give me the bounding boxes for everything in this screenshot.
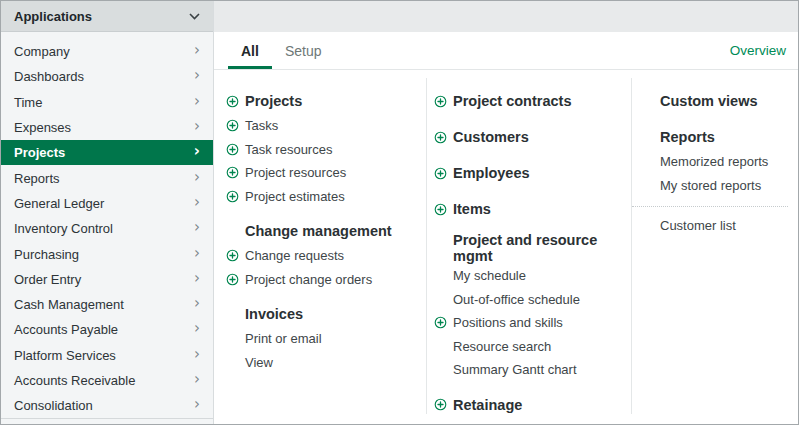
icon-spacer bbox=[226, 308, 239, 321]
tab-all[interactable]: All bbox=[228, 32, 272, 69]
sidebar-item-cash-management[interactable]: Cash Management› bbox=[1, 292, 213, 317]
chevron-right-icon: › bbox=[194, 246, 200, 261]
menu-header-items[interactable]: Items bbox=[434, 196, 631, 222]
menu-item-project-estimates[interactable]: Project estimates bbox=[226, 185, 426, 209]
menu-header-label: Project and resource mgmt bbox=[453, 232, 631, 264]
menu-item-label: View bbox=[245, 355, 273, 370]
menu-item-my-schedule[interactable]: My schedule bbox=[434, 264, 631, 288]
plus-circle-icon[interactable] bbox=[226, 119, 239, 132]
menu-item-out-of-office-schedule[interactable]: Out-of-office schedule bbox=[434, 288, 631, 312]
sidebar-item-expenses[interactable]: Expenses› bbox=[1, 115, 213, 140]
menu-header-change-management: Change management bbox=[226, 218, 426, 244]
menu-item-label: Project change orders bbox=[245, 272, 372, 287]
plus-circle-icon[interactable] bbox=[226, 95, 239, 108]
menu-item-change-requests[interactable]: Change requests bbox=[226, 244, 426, 268]
projects-menu-panel: AllSetupOverview ProjectsTasksTask resou… bbox=[214, 32, 798, 424]
overview-link[interactable]: Overview bbox=[730, 43, 786, 58]
sidebar-item-order-entry[interactable]: Order Entry› bbox=[1, 267, 213, 292]
plus-circle-icon[interactable] bbox=[434, 398, 447, 411]
sidebar-item-purchasing[interactable]: Purchasing› bbox=[1, 241, 213, 266]
menu-header-employees[interactable]: Employees bbox=[434, 160, 631, 186]
sidebar-item-label: General Ledger bbox=[14, 196, 104, 211]
chevron-right-icon: › bbox=[194, 68, 200, 83]
menu-item-my-stored-reports[interactable]: My stored reports bbox=[660, 174, 788, 198]
menu-item-print-or-email[interactable]: Print or email bbox=[226, 327, 426, 351]
menu-header-invoices: Invoices bbox=[226, 301, 426, 327]
chevron-right-icon: › bbox=[194, 397, 200, 412]
menu-item-resource-search[interactable]: Resource search bbox=[434, 335, 631, 359]
menu-columns: ProjectsTasksTask resourcesProject resou… bbox=[214, 70, 798, 424]
plus-circle-icon[interactable] bbox=[434, 316, 447, 329]
menu-column-1: ProjectsTasksTask resourcesProject resou… bbox=[214, 78, 427, 414]
sidebar-item-label: Expenses bbox=[14, 120, 71, 135]
sidebar-item-accounts-payable[interactable]: Accounts Payable› bbox=[1, 317, 213, 342]
tab-setup[interactable]: Setup bbox=[272, 32, 335, 69]
menu-header-label: Invoices bbox=[245, 306, 303, 322]
menu-header-label: Projects bbox=[245, 93, 302, 109]
sidebar-item-projects[interactable]: Projects› bbox=[1, 140, 213, 165]
menu-item-view[interactable]: View bbox=[226, 351, 426, 375]
sidebar-item-label: Projects bbox=[14, 145, 65, 160]
plus-circle-icon[interactable] bbox=[226, 273, 239, 286]
menu-header-label: Custom views bbox=[660, 93, 758, 109]
sidebar-item-label: Consolidation bbox=[14, 398, 93, 413]
menu-item-task-resources[interactable]: Task resources bbox=[226, 138, 426, 162]
menu-header-label: Customers bbox=[453, 129, 529, 145]
dotted-divider bbox=[632, 206, 788, 207]
menu-header-label: Change management bbox=[245, 223, 392, 239]
chevron-right-icon: › bbox=[194, 170, 200, 185]
menu-item-label: Task resources bbox=[245, 142, 332, 157]
menu-item-label: My schedule bbox=[453, 268, 526, 283]
sidebar-item-general-ledger[interactable]: General Ledger› bbox=[1, 191, 213, 216]
menu-item-memorized-reports[interactable]: Memorized reports bbox=[660, 150, 788, 174]
menu-item-positions-and-skills[interactable]: Positions and skills bbox=[434, 311, 631, 335]
plus-circle-icon[interactable] bbox=[226, 249, 239, 262]
applications-menu-toggle[interactable]: Applications bbox=[1, 1, 213, 32]
plus-circle-icon[interactable] bbox=[434, 95, 447, 108]
sidebar-item-dashboards[interactable]: Dashboards› bbox=[1, 64, 213, 89]
chevron-down-icon bbox=[189, 13, 200, 20]
applications-sidebar: Applications Company›Dashboards›Time›Exp… bbox=[1, 1, 214, 424]
main-area: AllSetupOverview ProjectsTasksTask resou… bbox=[214, 1, 798, 424]
plus-circle-icon[interactable] bbox=[434, 203, 447, 216]
sidebar-item-reports[interactable]: Reports› bbox=[1, 165, 213, 190]
menu-item-tasks[interactable]: Tasks bbox=[226, 114, 426, 138]
menu-header-projects[interactable]: Projects bbox=[226, 88, 426, 114]
sidebar-item-consolidation[interactable]: Consolidation› bbox=[1, 393, 213, 418]
menu-item-project-change-orders[interactable]: Project change orders bbox=[226, 268, 426, 292]
sidebar-item-time[interactable]: Time› bbox=[1, 90, 213, 115]
sidebar-list: Company›Dashboards›Time›Expenses›Project… bbox=[1, 32, 213, 418]
sidebar-item-label: Accounts Receivable bbox=[14, 373, 135, 388]
sidebar-item-label: Accounts Payable bbox=[14, 322, 118, 337]
menu-header-customers[interactable]: Customers bbox=[434, 124, 631, 150]
top-strip bbox=[214, 1, 798, 32]
sidebar-item-accounts-receivable[interactable]: Accounts Receivable› bbox=[1, 368, 213, 393]
sidebar-item-company[interactable]: Company› bbox=[1, 39, 213, 64]
menu-item-label: Print or email bbox=[245, 331, 322, 346]
icon-spacer bbox=[434, 293, 447, 306]
plus-circle-icon[interactable] bbox=[434, 167, 447, 180]
plus-circle-icon[interactable] bbox=[434, 131, 447, 144]
sidebar-item-label: Purchasing bbox=[14, 247, 79, 262]
menu-header-retainage[interactable]: Retainage bbox=[434, 392, 631, 418]
menu-item-summary-gantt-chart[interactable]: Summary Gantt chart bbox=[434, 358, 631, 382]
menu-header-reports: Reports bbox=[660, 124, 788, 150]
sidebar-item-label: Platform Services bbox=[14, 348, 116, 363]
plus-circle-icon[interactable] bbox=[226, 166, 239, 179]
menu-item-label: Out-of-office schedule bbox=[453, 292, 580, 307]
menu-item-project-resources[interactable]: Project resources bbox=[226, 161, 426, 185]
chevron-right-icon: › bbox=[194, 43, 200, 58]
chevron-right-icon: › bbox=[194, 195, 200, 210]
plus-circle-icon[interactable] bbox=[226, 143, 239, 156]
menu-header-label: Reports bbox=[660, 129, 715, 145]
plus-circle-icon[interactable] bbox=[226, 190, 239, 203]
sidebar-item-platform-services[interactable]: Platform Services› bbox=[1, 343, 213, 368]
sidebar-item-inventory-control[interactable]: Inventory Control› bbox=[1, 216, 213, 241]
menu-header-project-contracts[interactable]: Project contracts bbox=[434, 88, 631, 114]
chevron-right-icon: › bbox=[194, 296, 200, 311]
icon-spacer bbox=[226, 225, 239, 238]
menu-item-label: Resource search bbox=[453, 339, 551, 354]
sidebar-item-label: Dashboards bbox=[14, 69, 84, 84]
menu-item-customer-list[interactable]: Customer list bbox=[660, 214, 788, 238]
application-window: Applications Company›Dashboards›Time›Exp… bbox=[0, 0, 799, 425]
